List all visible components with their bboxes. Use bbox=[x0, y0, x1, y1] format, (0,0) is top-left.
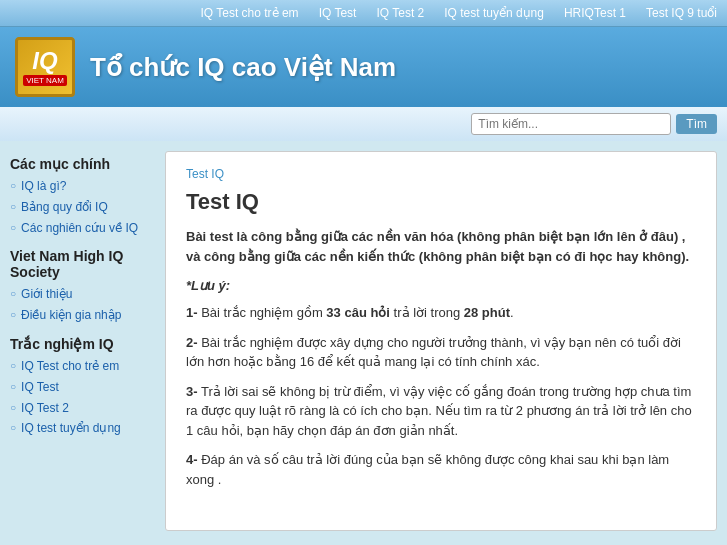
sidebar-link-trac-children[interactable]: IQ Test cho trẻ em bbox=[21, 358, 119, 375]
note-3-text: Trả lời sai sẽ không bị trừ điểm, vì vậy… bbox=[186, 384, 692, 438]
sidebar-link-bang-quy-doi[interactable]: Bảng quy đổi IQ bbox=[21, 199, 108, 216]
content-description: Bài test là công bằng giữa các nền văn h… bbox=[186, 227, 696, 266]
sidebar-link-iq-la-gi[interactable]: IQ là gì? bbox=[21, 178, 66, 195]
breadcrumb: Test IQ bbox=[186, 167, 696, 181]
nav-link-iq-children[interactable]: IQ Test cho trẻ em bbox=[200, 6, 298, 20]
sidebar-item-trac-iq2[interactable]: ○ IQ Test 2 bbox=[10, 400, 150, 417]
main-layout: Các mục chính ○ IQ là gì? ○ Bảng quy đổi… bbox=[0, 141, 727, 541]
sidebar-section-vn-high-iq: Viet Nam High IQ Society bbox=[10, 248, 150, 280]
site-header: IQ VIET NAM Tổ chức IQ cao Việt Nam bbox=[0, 27, 727, 107]
note-1-mid: trả lời trong bbox=[390, 305, 464, 320]
sidebar-link-trac-tuyen-dung[interactable]: IQ test tuyển dụng bbox=[21, 420, 121, 437]
note-1-end: . bbox=[510, 305, 514, 320]
bullet-icon: ○ bbox=[10, 422, 16, 433]
sidebar-item-gioi-thieu[interactable]: ○ Giới thiệu bbox=[10, 286, 150, 303]
sidebar: Các mục chính ○ IQ là gì? ○ Bảng quy đổi… bbox=[0, 141, 160, 541]
nav-link-iq-9-tuoi[interactable]: Test IQ 9 tuổi bbox=[646, 6, 717, 20]
note-4: 4- Đáp án và số câu trả lời đúng của bạn… bbox=[186, 450, 696, 489]
site-title: Tổ chức IQ cao Việt Nam bbox=[90, 52, 396, 83]
main-content: Test IQ Test IQ Bài test là công bằng gi… bbox=[165, 151, 717, 531]
content-title: Test IQ bbox=[186, 189, 696, 215]
sidebar-item-trac-children[interactable]: ○ IQ Test cho trẻ em bbox=[10, 358, 150, 375]
bullet-icon: ○ bbox=[10, 180, 16, 191]
sidebar-section-trac-nghiem: Trắc nghiệm IQ bbox=[10, 336, 150, 352]
sidebar-section-main: Các mục chính bbox=[10, 156, 150, 172]
bullet-icon: ○ bbox=[10, 360, 16, 371]
top-navigation: IQ Test cho trẻ em IQ Test IQ Test 2 IQ … bbox=[0, 0, 727, 27]
bullet-icon: ○ bbox=[10, 201, 16, 212]
search-button[interactable]: Tìm bbox=[676, 114, 717, 134]
sidebar-item-dieu-kien[interactable]: ○ Điều kiện gia nhập bbox=[10, 307, 150, 324]
breadcrumb-link[interactable]: Test IQ bbox=[186, 167, 224, 181]
nav-link-iq-test[interactable]: IQ Test bbox=[319, 6, 357, 20]
sidebar-link-nghien-cuu[interactable]: Các nghiên cứu về IQ bbox=[21, 220, 138, 237]
bullet-icon: ○ bbox=[10, 288, 16, 299]
luu-y-label: *Lưu ý: bbox=[186, 278, 696, 293]
sidebar-link-trac-iq2[interactable]: IQ Test 2 bbox=[21, 400, 69, 417]
note-4-number: 4- bbox=[186, 452, 198, 467]
note-3-number: 3- bbox=[186, 384, 198, 399]
note-2: 2- Bài trắc nghiệm được xây dựng cho ngư… bbox=[186, 333, 696, 372]
note-1-text-before: Bài trắc nghiệm gồm bbox=[201, 305, 326, 320]
note-1-number: 1- bbox=[186, 305, 198, 320]
search-input[interactable] bbox=[471, 113, 671, 135]
sidebar-link-dieu-kien[interactable]: Điều kiện gia nhập bbox=[21, 307, 121, 324]
sidebar-item-iq-la-gi[interactable]: ○ IQ là gì? bbox=[10, 178, 150, 195]
sidebar-link-gioi-thieu[interactable]: Giới thiệu bbox=[21, 286, 72, 303]
note-2-number: 2- bbox=[186, 335, 198, 350]
nav-link-iq-test2[interactable]: IQ Test 2 bbox=[376, 6, 424, 20]
sidebar-item-trac-iq[interactable]: ○ IQ Test bbox=[10, 379, 150, 396]
sidebar-link-trac-iq[interactable]: IQ Test bbox=[21, 379, 59, 396]
nav-link-hriq[interactable]: HRIQTest 1 bbox=[564, 6, 626, 20]
search-bar: Tìm bbox=[0, 107, 727, 141]
bullet-icon: ○ bbox=[10, 222, 16, 233]
bullet-icon: ○ bbox=[10, 309, 16, 320]
note-4-text: Đáp án và số câu trả lời đúng của bạn sẽ… bbox=[186, 452, 669, 487]
nav-link-iq-tuyen-dung[interactable]: IQ test tuyển dụng bbox=[444, 6, 544, 20]
note-1: 1- Bài trắc nghiệm gồm 33 câu hỏi trả lờ… bbox=[186, 303, 696, 323]
sidebar-item-bang-quy-doi[interactable]: ○ Bảng quy đổi IQ bbox=[10, 199, 150, 216]
sidebar-item-nghien-cuu[interactable]: ○ Các nghiên cứu về IQ bbox=[10, 220, 150, 237]
note-2-text: Bài trắc nghiệm được xây dựng cho người … bbox=[186, 335, 681, 370]
sidebar-item-trac-tuyen-dung[interactable]: ○ IQ test tuyển dụng bbox=[10, 420, 150, 437]
bullet-icon: ○ bbox=[10, 402, 16, 413]
site-logo: IQ VIET NAM bbox=[15, 37, 75, 97]
logo-viet-text: VIET NAM bbox=[23, 75, 67, 86]
logo-iq-text: IQ bbox=[32, 49, 57, 73]
note-1-bold2: 28 phút bbox=[464, 305, 510, 320]
bullet-icon: ○ bbox=[10, 381, 16, 392]
description-text: Bài test là công bằng giữa các nền văn h… bbox=[186, 229, 689, 264]
note-3: 3- Trả lời sai sẽ không bị trừ điểm, vì … bbox=[186, 382, 696, 441]
note-1-bold1: 33 câu hỏi bbox=[326, 305, 390, 320]
